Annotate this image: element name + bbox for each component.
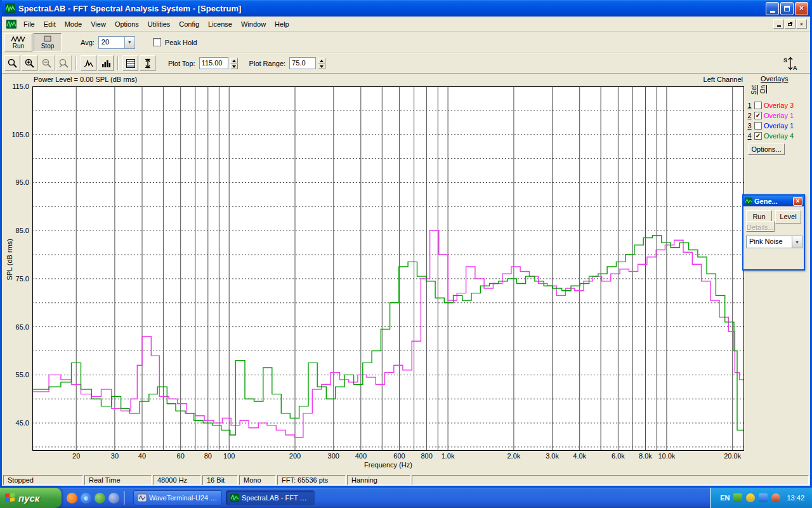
- menu-view[interactable]: View: [86, 18, 110, 30]
- overlays-on-column-header: On: [759, 85, 766, 93]
- close-button[interactable]: ×: [795, 2, 808, 15]
- bars-icon: [101, 58, 111, 69]
- run-button[interactable]: Run: [4, 33, 32, 51]
- tray-icon-agent[interactable]: [733, 493, 742, 502]
- overlays-set-column-header: Set: [750, 85, 757, 95]
- plot-range-spinner[interactable]: [318, 58, 325, 69]
- mdi-restore-button[interactable]: [785, 19, 796, 29]
- status-channel-mode: Mono: [239, 475, 276, 485]
- quicklaunch-desktop-icon[interactable]: [108, 493, 119, 504]
- overlays-title-link[interactable]: Overlays: [761, 75, 788, 83]
- spectrum-view-button[interactable]: [81, 55, 96, 71]
- x-tick-label: 800: [421, 452, 432, 460]
- overlay-checkbox[interactable]: ✓: [754, 112, 762, 119]
- menu-config[interactable]: Config: [174, 18, 204, 30]
- chevron-down-icon[interactable]: ▼: [124, 37, 134, 48]
- generator-title-bar[interactable]: Gene... ×: [743, 196, 804, 206]
- overlay-set-link[interactable]: 3: [747, 122, 752, 130]
- status-filler: [412, 475, 809, 485]
- overlay-label: Overlay 1: [764, 122, 794, 130]
- menu-bar: File Edit Mode View Options Utilities Co…: [2, 17, 810, 32]
- overlay-set-link[interactable]: 4: [747, 132, 752, 140]
- menu-mode[interactable]: Mode: [60, 18, 87, 30]
- generator-source-value: Pink Noise: [747, 236, 792, 248]
- minimize-button[interactable]: [766, 2, 779, 15]
- overlay-label: Overlay 1: [764, 112, 794, 119]
- y-tick-label: 85.0: [16, 227, 29, 234]
- avg-combobox[interactable]: 20 ▼: [98, 36, 135, 49]
- chart-client-area: Power Level = 0.00 SPL (dB rms) Left Cha…: [2, 74, 810, 474]
- x-tick-label: 10.0k: [658, 452, 675, 460]
- quicklaunch-ie-icon[interactable]: e: [81, 493, 91, 504]
- quicklaunch-divider: [124, 491, 125, 505]
- taskbar-button-waveterminal[interactable]: WaveTerminal-U24 P...: [133, 490, 222, 505]
- y-tick-label: 115.0: [12, 83, 29, 90]
- avg-value: 20: [99, 37, 124, 48]
- y-tick-label: 65.0: [16, 323, 29, 331]
- spin-down-icon: [230, 64, 238, 69]
- x-axis-title: Frequency (Hz): [364, 461, 412, 469]
- mdi-minimize-button[interactable]: [773, 19, 784, 29]
- quicklaunch-media-icon[interactable]: [95, 493, 105, 504]
- tray-icon-volume[interactable]: [746, 493, 755, 502]
- overlay-checkbox[interactable]: ✓: [754, 132, 762, 140]
- plot-top-spinner[interactable]: [230, 58, 238, 69]
- plot-top-input[interactable]: 115.00: [199, 57, 228, 69]
- tray-icon-network[interactable]: [759, 493, 768, 502]
- language-indicator[interactable]: EN: [720, 494, 730, 502]
- zoom-out-2x-button[interactable]: [39, 55, 55, 71]
- peak-hold-checkbox[interactable]: [153, 38, 161, 46]
- vertical-range-icon: [143, 58, 153, 69]
- window-title: SpectraLAB - FFT Spectral Analysis Syste…: [18, 4, 763, 13]
- zoom-in-2x-button[interactable]: [22, 55, 37, 71]
- maximize-button[interactable]: [780, 2, 794, 15]
- spectrum-icon: [84, 58, 94, 69]
- taskbar: пуск e WaveTerminal-U24 P... SpectraLAB …: [0, 488, 812, 508]
- status-fft-size: FFT: 65536 pts: [277, 475, 346, 485]
- quicklaunch-firefox-icon[interactable]: [67, 493, 77, 504]
- x-tick-label: 30: [111, 452, 119, 460]
- overlay-label: Overlay 3: [764, 102, 794, 109]
- start-button[interactable]: пуск: [0, 488, 62, 508]
- y-tick-label: 45.0: [16, 419, 29, 427]
- zoom-out-full-button[interactable]: [56, 55, 72, 71]
- axis-scale-toggle-icon[interactable]: SA: [782, 56, 799, 71]
- x-tick-label: 60: [177, 452, 185, 460]
- menu-options[interactable]: Options: [110, 18, 143, 30]
- taskbar-button-spectralab[interactable]: SpectraLAB - FFT Spe...: [226, 490, 315, 505]
- overlay-checkbox[interactable]: [754, 122, 762, 130]
- chevron-down-icon[interactable]: ▼: [792, 236, 802, 248]
- zoom-button[interactable]: [4, 55, 20, 71]
- mdi-close-button[interactable]: ×: [796, 19, 807, 29]
- overlay-checkbox[interactable]: [754, 102, 762, 109]
- y-tick-label: 75.0: [16, 275, 29, 283]
- menu-license[interactable]: License: [204, 18, 237, 30]
- y-tick-label: 95.0: [16, 178, 29, 186]
- overlay-set-link[interactable]: 2: [747, 112, 752, 119]
- menu-edit[interactable]: Edit: [39, 18, 60, 30]
- bar-display-button[interactable]: [98, 55, 114, 71]
- status-window-function: Hanning: [347, 475, 410, 485]
- peak-hold-label: Peak Hold: [162, 39, 200, 46]
- autoscale-button[interactable]: [140, 55, 155, 71]
- spin-down-icon: [318, 64, 325, 69]
- clock: 13:42: [787, 494, 804, 502]
- spin-up-icon: [318, 58, 325, 64]
- x-tick-label: 200: [289, 452, 301, 460]
- generator-source-combobox[interactable]: Pink Noise ▼: [746, 236, 802, 248]
- status-run-state: Stopped: [3, 475, 83, 485]
- menu-window[interactable]: Window: [237, 18, 270, 30]
- overlays-options-button[interactable]: Options...: [748, 144, 785, 155]
- menu-utilities[interactable]: Utilities: [143, 18, 174, 30]
- tray-icon-antivirus[interactable]: [771, 493, 780, 502]
- x-tick-label: 600: [393, 452, 405, 460]
- table-icon: [126, 58, 136, 69]
- generator-close-button[interactable]: ×: [793, 197, 802, 206]
- generator-level-button[interactable]: Level: [775, 210, 801, 224]
- plot-range-input[interactable]: 75.0: [289, 57, 316, 69]
- overlay-set-link[interactable]: 1: [747, 102, 752, 109]
- stop-button[interactable]: Stop: [34, 33, 62, 51]
- menu-file[interactable]: File: [19, 18, 39, 30]
- data-table-button[interactable]: [122, 55, 138, 71]
- menu-help[interactable]: Help: [270, 18, 294, 30]
